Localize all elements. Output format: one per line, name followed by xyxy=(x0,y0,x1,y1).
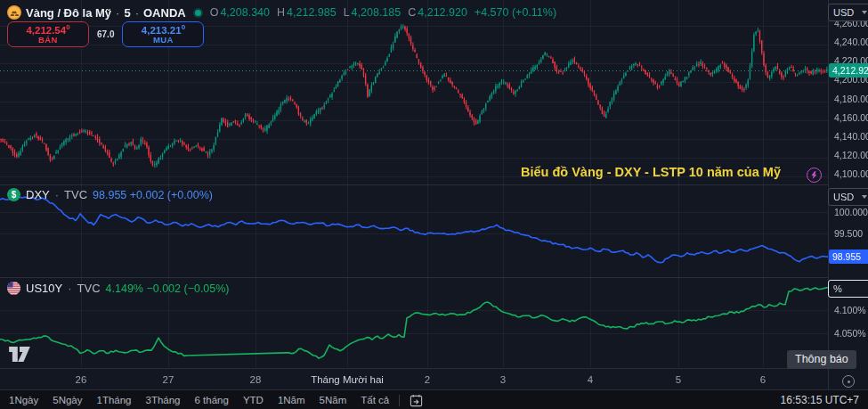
low-value: 4,208.185 xyxy=(352,6,402,19)
us10y-legend: US10Y · TVC 4.149% −0.002 (−0.05%) xyxy=(7,282,230,295)
range-button-ytd[interactable]: YTD xyxy=(243,395,264,405)
dxy-exchange: TVC xyxy=(64,188,87,201)
time-axis-label: 28 xyxy=(250,374,262,385)
dxy-symbol[interactable]: DXY xyxy=(26,188,50,201)
time-axis-label: 26 xyxy=(76,374,87,385)
high-label: H xyxy=(277,6,285,19)
date-range-buttons: 1Ngày5Ngày1Tháng3Tháng6 thángYTD1Năm5Năm… xyxy=(9,395,389,405)
bottom-toolbar: 1Ngày5Ngày1Tháng3Tháng6 thángYTD1Năm5Năm… xyxy=(0,389,868,409)
separator-dot: · xyxy=(55,188,59,201)
sell-label: BÁN xyxy=(38,36,58,45)
gold-coin-icon xyxy=(7,5,21,20)
high-value: 4,212.985 xyxy=(287,6,337,19)
time-axis[interactable]: 262728Tháng Mười hai23456 xyxy=(0,368,828,389)
sell-button[interactable]: 4,212.540 BÁN xyxy=(7,21,89,47)
open-value: 4,208.340 xyxy=(220,6,270,19)
price-scale-unit-dropdown[interactable]: USD xyxy=(828,4,868,21)
us10y-scale-unit-dropdown[interactable]: % xyxy=(828,280,868,298)
range-button-1năm[interactable]: 1Năm xyxy=(278,395,305,405)
range-button-3tháng[interactable]: 3Tháng xyxy=(146,395,181,405)
price-axis-label: 4,120.000 xyxy=(834,150,868,160)
time-axis-label: 6 xyxy=(760,374,766,385)
price-axis-label: 4.100% xyxy=(834,305,866,315)
range-button-1tháng[interactable]: 1Tháng xyxy=(97,395,132,405)
range-button-6-tháng[interactable]: 6 tháng xyxy=(195,395,229,405)
close-value: 4,212.920 xyxy=(418,6,467,19)
time-axis-label: 2 xyxy=(425,374,430,385)
symbol-title[interactable]: Vàng / Đô la Mỹ xyxy=(26,6,111,20)
dxy-scale-unit-dropdown[interactable]: USD xyxy=(828,188,868,206)
buy-button[interactable]: 4,213.210 MUA xyxy=(122,21,204,47)
buy-price-fraction: 0 xyxy=(182,23,185,31)
separator-dot: · xyxy=(135,6,139,20)
time-axis-label: 4 xyxy=(588,374,593,385)
buy-price: 4,213.21 xyxy=(142,24,182,35)
sell-price-fraction: 0 xyxy=(66,23,69,31)
chart-annotation-text[interactable]: Biểu đồ Vàng - DXY - LSTP 10 năm của Mỹ xyxy=(521,165,781,179)
range-button-5năm[interactable]: 5Năm xyxy=(320,395,347,405)
range-button-tất-cả[interactable]: Tất cả xyxy=(361,395,389,405)
price-axis-label: 4,240.000 xyxy=(834,37,868,47)
price-axis-label: 4,140.000 xyxy=(834,131,868,142)
separator-dot: · xyxy=(68,282,71,295)
clock-display[interactable]: 16:53:15 UTC+7 xyxy=(781,394,859,406)
us10y-quote: 4.149% −0.002 (−0.05%) xyxy=(106,282,230,295)
last-price-badge: 98.955 xyxy=(829,249,868,264)
chevron-down-icon xyxy=(862,195,867,199)
price-axis-label: 4,160.000 xyxy=(834,112,868,123)
trading-chart-app: Vàng / Đô la Mỹ · 5 · OANDA O4,208.340 H… xyxy=(0,0,868,409)
flash-promo-icon[interactable] xyxy=(807,168,822,183)
interval-value[interactable]: 5 xyxy=(124,6,130,20)
notification-tooltip: Thông báo xyxy=(787,350,856,369)
us10y-exchange: TVC xyxy=(77,282,101,295)
close-label: C xyxy=(408,6,416,19)
us10y-symbol[interactable]: US10Y xyxy=(26,282,62,295)
main-symbol-legend: Vàng / Đô la Mỹ · 5 · OANDA O4,208.340 H… xyxy=(7,5,556,20)
time-axis-label: 3 xyxy=(500,374,506,385)
unit-label: USD xyxy=(833,192,854,202)
time-axis-label: 5 xyxy=(676,374,681,385)
price-axis-label: 4,100.000 xyxy=(834,168,868,179)
spread-value: 67.0 xyxy=(97,29,114,39)
tradingview-logo[interactable] xyxy=(9,347,30,365)
toolbar-divider xyxy=(399,395,400,406)
dollar-circle-icon: $ xyxy=(7,188,20,201)
last-price-badge: 4,212.920 xyxy=(829,63,868,78)
price-axis-label: 99.500 xyxy=(834,228,863,239)
range-button-1ngày[interactable]: 1Ngày xyxy=(9,395,38,405)
time-axis-label: 27 xyxy=(163,374,174,385)
pane-separator[interactable] xyxy=(0,184,828,185)
range-button-5ngày[interactable]: 5Ngày xyxy=(53,395,82,405)
chart-canvas[interactable] xyxy=(0,0,868,409)
unit-label: USD xyxy=(833,7,854,18)
chevron-down-icon xyxy=(862,11,867,14)
unit-label: % xyxy=(833,283,842,294)
price-axis-label: 4.050% xyxy=(834,328,866,339)
change-value: +4.570 (+0.11%) xyxy=(475,6,556,19)
low-label: L xyxy=(344,6,350,19)
us-flag-icon xyxy=(7,282,20,295)
exchange-name[interactable]: OANDA xyxy=(143,6,186,20)
price-axis-label: 100.000 xyxy=(834,207,868,217)
dxy-legend: $ DXY · TVC 98.955 +0.002 (+0.00%) xyxy=(7,188,213,201)
dxy-quote: 98.955 +0.002 (+0.00%) xyxy=(93,189,213,201)
trade-panel: 4,212.540 BÁN 67.0 4,213.210 MUA xyxy=(7,21,204,47)
open-label: O xyxy=(210,6,219,19)
market-status-icon[interactable] xyxy=(195,10,201,16)
pane-separator[interactable] xyxy=(0,277,828,278)
time-axis-label: Tháng Mười hai xyxy=(311,374,384,385)
separator-dot: · xyxy=(116,6,119,20)
settings-icon[interactable] xyxy=(842,375,855,388)
price-axis-label: 4,180.000 xyxy=(834,94,868,104)
sell-price: 4,212.54 xyxy=(26,24,66,35)
ohlc-values: O4,208.340 H4,212.985 L4,208.185 C4,212.… xyxy=(210,6,556,19)
go-to-date-icon[interactable] xyxy=(410,394,423,407)
buy-label: MUA xyxy=(153,36,174,45)
